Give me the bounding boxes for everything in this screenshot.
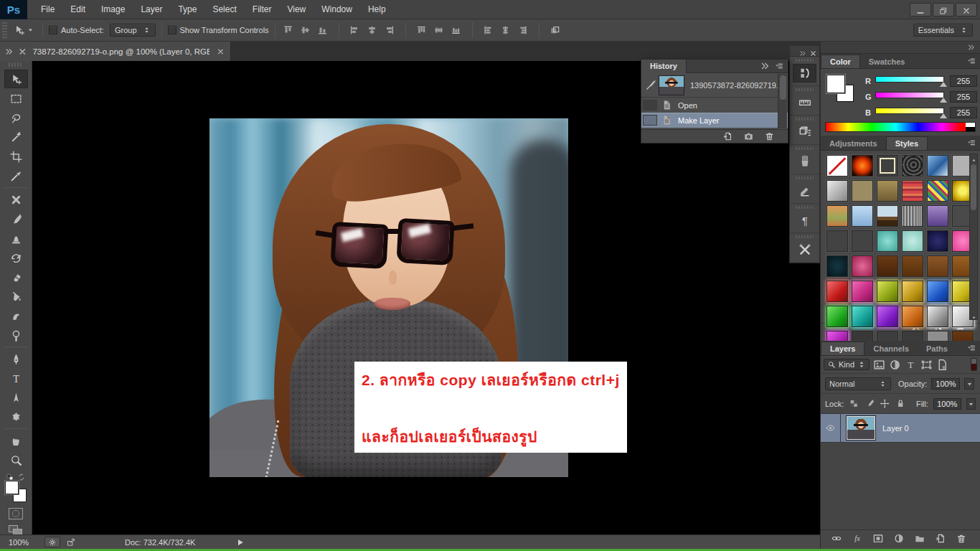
delete-state-icon[interactable]	[764, 131, 775, 141]
type-tool[interactable]: T	[4, 369, 28, 387]
tab-chevrons-icon[interactable]	[4, 47, 14, 57]
dock-collapse-bar[interactable]	[821, 42, 980, 54]
style-swatch-34[interactable]	[902, 281, 923, 302]
style-swatch-16[interactable]	[902, 205, 923, 227]
blur-smudge-tool[interactable]	[4, 306, 28, 325]
style-swatch-32[interactable]	[852, 281, 873, 302]
style-swatch-39[interactable]	[877, 306, 898, 327]
color-spectrum[interactable]	[825, 122, 976, 132]
restore-button[interactable]	[933, 3, 954, 17]
new-document-from-state-icon[interactable]	[722, 131, 733, 141]
menu-file[interactable]: File	[33, 1, 62, 18]
filter-shape-layers-icon[interactable]	[920, 359, 933, 371]
paragraph-panel-button[interactable]: ¶	[793, 211, 816, 230]
history-brush-tool[interactable]	[4, 248, 28, 267]
style-swatch-5[interactable]	[927, 155, 948, 176]
panel-menu-icon[interactable]	[774, 61, 784, 71]
style-swatch-33[interactable]	[877, 281, 898, 302]
layer-row[interactable]: Layer 0	[821, 414, 980, 443]
align-right-edges-button[interactable]	[382, 24, 397, 37]
tab-group-close-icon[interactable]	[18, 47, 27, 57]
rectangular-marquee-tool[interactable]	[4, 89, 28, 108]
align-top-edges-button[interactable]	[281, 24, 296, 37]
new-adjustment-layer-icon[interactable]	[893, 533, 905, 544]
filter-smart-objects-icon[interactable]	[936, 359, 948, 371]
tab-channels[interactable]: Channels	[864, 342, 918, 355]
path-selection-tool[interactable]	[4, 388, 28, 407]
r-slider[interactable]	[875, 75, 944, 87]
auto-select-dropdown[interactable]: Group	[110, 24, 156, 37]
foreground-color-well[interactable]	[5, 481, 19, 494]
close-button[interactable]	[956, 3, 977, 17]
shape-tool[interactable]	[4, 408, 28, 426]
tools-panel-button[interactable]	[793, 240, 816, 259]
filter-pixel-layers-icon[interactable]	[873, 359, 885, 371]
menu-layer[interactable]: Layer	[133, 1, 170, 18]
show-transform-checkbox[interactable]	[168, 26, 176, 34]
style-swatch-3[interactable]	[877, 155, 898, 176]
distribute-left-edges-button[interactable]	[481, 24, 496, 37]
style-swatch-11[interactable]	[927, 180, 948, 202]
distribute-vertical-centers-button[interactable]	[432, 24, 446, 37]
r-value[interactable]: 255	[950, 75, 977, 87]
lasso-tool[interactable]	[4, 108, 28, 127]
style-swatch-19[interactable]	[826, 230, 848, 252]
slider-thumb[interactable]	[940, 82, 947, 87]
tab-color[interactable]: Color	[821, 55, 860, 68]
history-panel-button[interactable]	[793, 64, 816, 83]
collapse-panel-icon[interactable]	[760, 61, 770, 71]
opacity-value[interactable]: 100%	[931, 378, 960, 390]
slider-thumb[interactable]	[940, 98, 947, 103]
blend-mode-dropdown[interactable]: Normal	[825, 377, 891, 390]
history-source-well[interactable]	[643, 100, 657, 110]
style-swatch-14[interactable]	[852, 205, 873, 227]
style-swatch-4[interactable]	[902, 155, 923, 176]
clone-stamp-tool[interactable]	[4, 229, 28, 248]
style-swatch-17[interactable]	[927, 205, 948, 227]
dodge-tool[interactable]	[4, 326, 28, 344]
tab-swatches[interactable]: Swatches	[860, 55, 914, 68]
style-swatch-26[interactable]	[852, 255, 873, 277]
measurement-log-panel-button[interactable]	[793, 93, 816, 112]
menu-image[interactable]: Image	[93, 1, 133, 18]
delete-layer-icon[interactable]	[956, 533, 967, 544]
layer-thumbnail[interactable]	[847, 416, 875, 440]
history-state-open[interactable]: Open	[641, 98, 788, 113]
tab-styles[interactable]: Styles	[886, 136, 928, 150]
healing-brush-tool[interactable]	[4, 190, 28, 209]
expand-panels-icon[interactable]	[798, 47, 806, 55]
document-tab[interactable]: 73872-826092719-o.png @ 100% (Layer 0, R…	[0, 42, 231, 61]
menu-type[interactable]: Type	[170, 1, 204, 18]
distribute-horizontal-centers-button[interactable]	[499, 24, 513, 37]
visibility-toggle[interactable]	[821, 414, 841, 443]
spectrum-ramp[interactable]	[826, 123, 966, 131]
filter-type-layers-icon[interactable]: T	[905, 359, 917, 371]
filter-adjustment-layers-icon[interactable]	[889, 359, 901, 371]
foreground-color-well[interactable]	[826, 75, 845, 93]
zoom-level[interactable]: 100%	[9, 538, 44, 547]
auto-select-checkbox[interactable]	[49, 26, 57, 34]
workspace-switcher[interactable]: Essentials	[913, 24, 973, 37]
new-snapshot-icon[interactable]	[743, 131, 754, 141]
current-tool-badge[interactable]	[11, 23, 37, 37]
document-close-icon[interactable]	[217, 47, 225, 56]
menu-filter[interactable]: Filter	[245, 1, 280, 18]
style-swatch-1[interactable]	[826, 155, 848, 176]
close-strip-icon[interactable]	[809, 47, 817, 55]
style-swatch-23[interactable]	[927, 230, 948, 252]
tool-presets-panel-button[interactable]	[793, 182, 816, 200]
tab-adjustments[interactable]: Adjustments	[821, 137, 886, 150]
layer-filter-toggle[interactable]	[971, 358, 977, 371]
history-source-well[interactable]	[643, 115, 657, 126]
new-group-icon[interactable]	[914, 533, 925, 544]
lock-position-icon[interactable]	[880, 398, 890, 409]
g-slider[interactable]	[875, 91, 944, 103]
style-swatch-41[interactable]	[927, 306, 948, 327]
status-options-arrow-icon[interactable]	[235, 538, 245, 547]
brush-presets-panel-button[interactable]	[793, 152, 816, 171]
quick-selection-tool[interactable]	[4, 128, 28, 146]
style-swatch-20[interactable]	[852, 230, 873, 252]
menu-help[interactable]: Help	[360, 1, 394, 18]
align-bottom-edges-button[interactable]	[316, 24, 330, 37]
fill-value[interactable]: 100%	[933, 398, 961, 410]
